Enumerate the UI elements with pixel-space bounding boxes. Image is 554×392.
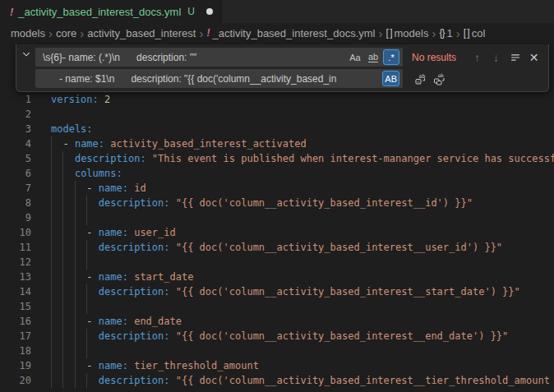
breadcrumb-separator-icon: › [378,27,382,39]
preserve-case-toggle[interactable]: AB [382,71,399,86]
code-line[interactable]: 17 description: "{{ doc('column__activit… [0,329,554,344]
code-line[interactable]: 11 description: "{{ doc('column__activit… [0,240,554,255]
editor-area[interactable]: 1version: 223models:4 - name: activity_b… [0,43,554,392]
code-token: - [86,271,98,283]
line-number[interactable]: 3 [0,122,31,136]
code-token: columns: [75,168,122,179]
code-line[interactable]: 6 columns: [0,166,554,181]
line-number[interactable]: 4 [0,136,31,151]
line-number[interactable]: 12 [0,255,31,270]
code-line[interactable]: 2 [0,107,554,122]
line-number[interactable]: 14 [0,284,31,299]
line-number[interactable]: 19 [0,358,31,373]
match-case-toggle[interactable]: Aa [347,49,363,65]
line-number[interactable]: 16 [0,314,31,329]
whole-word-toggle[interactable]: ab [365,49,381,65]
code-line[interactable]: 16 - name: end_date [0,314,554,329]
breadcrumb-item[interactable]: core [56,27,76,39]
indent-guide [62,299,63,314]
replace-all-button[interactable]: ab [430,69,449,88]
symbol-object-icon: {} [439,27,444,39]
code-token [51,271,86,283]
indent-guide [62,344,63,358]
breadcrumb-item[interactable]: [ ]col [464,27,486,39]
line-number[interactable]: 20 [0,373,31,388]
breadcrumb-item[interactable]: [ ]models [385,27,428,39]
code-token: description: [75,153,146,164]
replace-button[interactable]: ab c [411,69,430,88]
svg-text:ab: ab [437,72,444,78]
symbol-array-icon: [ ] [385,27,391,39]
line-number[interactable]: 1 [0,92,31,107]
code-line[interactable]: 18 [0,344,554,358]
code-line[interactable]: 19 - name: tier_threshold_amount [0,358,554,373]
breadcrumb-item[interactable]: models [11,27,45,39]
line-number[interactable]: 7 [0,181,31,196]
code-line[interactable]: 7 - name: id [0,181,554,196]
code-text: - name: user_id [51,225,176,240]
line-number[interactable]: 17 [0,329,31,344]
code-token: - [86,316,98,327]
code-text: - name: tier_threshold_amount [51,358,259,373]
line-number[interactable]: 2 [0,107,31,122]
line-number[interactable]: 6 [0,166,31,181]
svg-text:c: c [417,79,419,84]
code-token: name: [99,360,128,371]
code-line[interactable]: 14 description: "{{ doc('column__activit… [0,284,554,299]
code-line[interactable]: 1version: 2 [0,92,554,107]
code-line[interactable]: 15 [0,299,554,314]
code-token: version: [51,94,99,105]
breadcrumb-item[interactable]: !_activity_based_interest_docs.yml [206,27,375,39]
code-token: "{{ doc('column__activity_based_interest… [170,197,473,209]
toggle-replace-button[interactable] [16,44,35,63]
code-line[interactable]: 9 [0,210,554,225]
code-token: name: [99,227,128,238]
line-number[interactable]: 5 [0,151,31,166]
code-token: "{{ doc('column__activity_based_interest… [170,375,550,386]
active-tab[interactable]: ! _activity_based_interest_docs.yml U [0,0,222,23]
indent-guide [86,299,87,314]
line-number[interactable]: 15 [0,299,31,314]
code-line[interactable]: 5 description: "This event is published … [0,151,554,166]
code-token: description: [99,375,170,386]
line-number[interactable]: 11 [0,240,31,255]
breadcrumb-label: models [11,27,45,39]
replace-input[interactable]: - name: $1\n description: "{{ doc('colum… [35,69,403,88]
line-number[interactable]: 18 [0,344,31,358]
find-in-selection-button[interactable] [506,48,524,67]
code-line[interactable]: 8 description: "{{ doc('column__activity… [0,196,554,210]
code-line[interactable]: 10 - name: user_id [0,225,554,240]
line-number[interactable]: 8 [0,196,31,210]
code-token: "{{ doc('column__activity_based_interest… [170,242,503,253]
breadcrumb-label: models [394,27,428,39]
find-input[interactable]: \s{6}- name: (.*)\n description: "" Aa a… [35,48,403,67]
code-line[interactable]: 3models: [0,122,554,136]
line-number[interactable]: 13 [0,270,31,284]
line-number[interactable]: 9 [0,210,31,225]
breadcrumb-item[interactable]: activity_based_interest [87,27,196,39]
breadcrumb-item[interactable]: {}1 [439,27,452,39]
code-line[interactable]: 13 - name: start_date [0,270,554,284]
close-find-button[interactable]: ✕ [524,48,543,67]
code-line[interactable]: 20 description: "{{ doc('column__activit… [0,373,554,388]
code-token: activity_based_interest_activated [104,138,307,150]
indent-guide [75,344,76,358]
breadcrumb-label: core [56,27,76,39]
breadcrumb-separator-icon: › [456,27,460,39]
modified-dot-icon[interactable] [206,8,213,15]
git-untracked-badge: U [187,6,195,17]
code-token: description: [99,330,170,342]
line-number[interactable]: 10 [0,225,31,240]
code-line[interactable]: 4 - name: activity_based_interest_activa… [0,136,554,151]
regex-toggle[interactable]: .* [383,49,399,65]
code-token [51,375,99,386]
code-token: id [128,182,146,194]
code-token: name: [99,316,128,327]
code-line[interactable]: 12 [0,255,554,270]
code-token [51,138,62,150]
previous-match-button[interactable]: ↑ [468,48,487,67]
code-text: version: 2 [51,92,110,107]
breadcrumb-label: _activity_based_interest_docs.yml [212,27,375,39]
next-match-button[interactable]: ↓ [487,48,506,67]
replace-all-icon: ab [433,72,446,85]
